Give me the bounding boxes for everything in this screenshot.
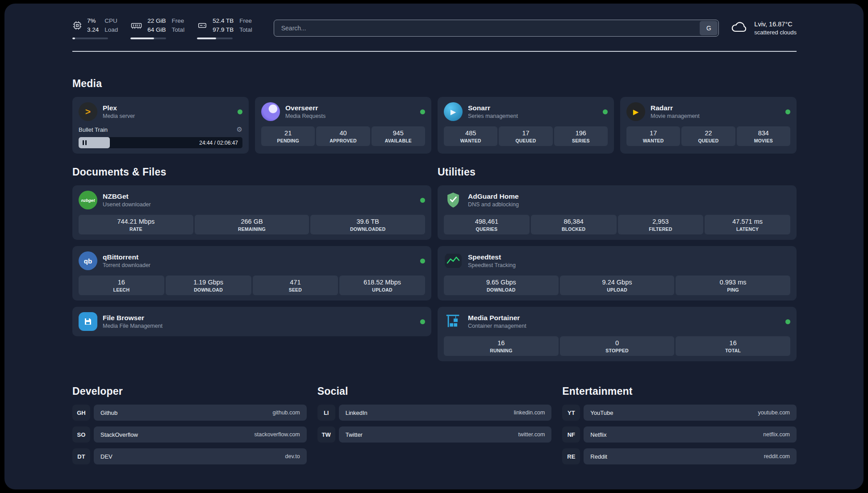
app-subtitle: Torrent downloader xyxy=(103,262,150,268)
plex-progress-bar[interactable]: 24:44 / 02:06:47 xyxy=(79,137,242,148)
section-entertainment: Entertainment YT YouTubeyoutube.com NF N… xyxy=(562,385,797,464)
bookmark-youtube[interactable]: YT YouTubeyoutube.com xyxy=(562,405,797,421)
bookmark-reddit[interactable]: RE Redditreddit.com xyxy=(562,448,797,464)
bookmark-name: DEV xyxy=(100,453,113,460)
bookmark-url: dev.to xyxy=(285,453,300,460)
status-dot xyxy=(420,198,425,203)
stat-tile: 471SEED xyxy=(253,276,338,295)
bookmark-github[interactable]: GH Githubgithub.com xyxy=(72,405,307,421)
app-name: Overseerr xyxy=(285,104,326,112)
app-card-adguard[interactable]: AdGuard Home DNS and adblocking 498,461Q… xyxy=(438,185,797,240)
status-dot xyxy=(785,319,790,324)
memory-icon xyxy=(130,17,142,34)
app-subtitle: Movie management xyxy=(651,113,700,119)
bookmark-stackoverflow[interactable]: SO StackOverflowstackoverflow.com xyxy=(72,426,307,443)
bookmark-linkedin[interactable]: LI LinkedInlinkedin.com xyxy=(317,405,552,421)
app-card-nzbget[interactable]: nzbget NZBGet Usenet downloader 744.21 M… xyxy=(72,185,431,240)
status-dot xyxy=(603,109,608,114)
app-name: Speedtest xyxy=(468,253,516,261)
app-card-speedtest[interactable]: Speedtest Speedtest Tracking 9.65 GbpsDO… xyxy=(438,246,797,301)
section-title-documents: Documents & Files xyxy=(72,166,431,178)
stat-tile: 17QUEUED xyxy=(499,126,552,146)
app-subtitle: DNS and adblocking xyxy=(468,201,519,208)
app-subtitle: Media Requests xyxy=(285,113,326,119)
top-bar: 7% CPU 3.24 Load 22 GiB Free 64 xyxy=(72,17,797,39)
disk-free-value: 52.4 TB xyxy=(213,17,234,25)
stat-tile: 47.571 msLATENCY xyxy=(705,215,790,234)
cpu-usage-label: CPU xyxy=(104,17,118,25)
cpu-widget: 7% CPU 3.24 Load xyxy=(72,17,118,39)
nzbget-icon: nzbget xyxy=(79,191,97,209)
app-subtitle: Usenet downloader xyxy=(103,201,151,208)
app-card-qbittorrent[interactable]: qb qBittorrent Torrent downloader 16LEEC… xyxy=(72,246,431,301)
status-dot xyxy=(420,319,425,324)
memory-free-value: 22 GiB xyxy=(147,17,166,25)
bookmark-url: stackoverflow.com xyxy=(255,431,300,438)
topbar-divider xyxy=(72,51,797,52)
bookmark-url: netflix.com xyxy=(763,431,790,438)
app-name: NZBGet xyxy=(103,192,151,201)
app-card-plex[interactable]: > Plex Media server Bullet Train ⚙ xyxy=(72,97,249,154)
stat-tile: 945AVAILABLE xyxy=(371,126,425,146)
app-card-radarr[interactable]: ▶ Radarr Movie management 17WANTED 22QUE… xyxy=(620,97,797,154)
stat-tile: 21PENDING xyxy=(261,126,315,146)
memory-widget: 22 GiB Free 64 GiB Total xyxy=(130,17,184,39)
stat-tile: 17WANTED xyxy=(626,126,680,146)
app-card-portainer[interactable]: Media Portainer Container management 16R… xyxy=(438,307,797,361)
app-card-sonarr[interactable]: ▶ Sonarr Series management 485WANTED 17Q… xyxy=(438,97,614,154)
weather-widget: Lviv, 16.87°C scattered clouds xyxy=(730,21,797,36)
stat-tile: 39.6 TBDOWNLOADED xyxy=(310,215,425,234)
app-name: File Browser xyxy=(103,314,163,322)
portainer-icon xyxy=(444,312,463,331)
stat-tile: 86,384BLOCKED xyxy=(531,215,617,234)
filebrowser-icon xyxy=(79,312,97,331)
app-name: AdGuard Home xyxy=(468,192,519,201)
stat-tile: 1.19 GbpsDOWNLOAD xyxy=(166,276,251,295)
twitter-icon: TW xyxy=(317,426,335,443)
status-dot xyxy=(420,109,425,114)
adguard-icon xyxy=(444,191,463,209)
memory-progress-bar xyxy=(130,38,166,39)
stat-tile: 744.21 MbpsRATE xyxy=(79,215,193,234)
disk-icon xyxy=(197,17,208,34)
cpu-progress-bar xyxy=(72,38,108,39)
app-name: qBittorrent xyxy=(103,253,150,261)
disk-progress-bar xyxy=(197,38,233,39)
search-bar: G xyxy=(274,20,719,37)
bookmark-name: LinkedIn xyxy=(346,409,367,416)
bookmark-twitter[interactable]: TW Twittertwitter.com xyxy=(317,426,552,443)
stat-tile: 40APPROVED xyxy=(316,126,370,146)
stat-tile: 196SERIES xyxy=(554,126,608,146)
section-developer: Developer GH Githubgithub.com SO StackOv… xyxy=(72,385,307,464)
section-title-social: Social xyxy=(317,385,552,397)
search-input[interactable] xyxy=(274,20,699,36)
section-documents: Documents & Files nzbget NZBGet Usenet d… xyxy=(72,166,431,361)
sonarr-icon: ▶ xyxy=(444,102,463,121)
bookmark-name: YouTube xyxy=(590,409,613,416)
app-card-filebrowser[interactable]: File Browser Media File Management xyxy=(72,307,431,336)
speedtest-icon xyxy=(444,251,463,270)
disk-total-value: 97.9 TB xyxy=(213,26,234,34)
bookmark-url: youtube.com xyxy=(758,409,790,416)
stat-tile: 16TOTAL xyxy=(676,336,790,356)
status-dot xyxy=(238,109,242,114)
now-playing-title: Bullet Train xyxy=(79,126,108,133)
bookmark-dev[interactable]: DT DEVdev.to xyxy=(72,448,307,464)
stat-tile: 266 GBREMAINING xyxy=(195,215,309,234)
section-title-developer: Developer xyxy=(72,385,307,397)
app-card-overseerr[interactable]: Overseerr Media Requests 21PENDING 40APP… xyxy=(255,97,431,154)
app-subtitle: Speedtest Tracking xyxy=(468,262,516,268)
gear-icon[interactable]: ⚙ xyxy=(237,125,242,134)
bookmark-netflix[interactable]: NF Netflixnetflix.com xyxy=(562,426,797,443)
overseerr-icon xyxy=(261,102,280,121)
bookmark-name: StackOverflow xyxy=(100,431,138,438)
stat-tile: 618.52 MbpsUPLOAD xyxy=(339,276,425,295)
app-name: Media Portainer xyxy=(468,314,526,322)
pause-icon[interactable] xyxy=(83,140,84,145)
bookmark-name: Netflix xyxy=(590,431,606,438)
memory-total-value: 64 GiB xyxy=(147,26,166,34)
cloud-icon xyxy=(730,21,748,36)
bookmark-url: github.com xyxy=(273,409,300,416)
search-engine-button[interactable]: G xyxy=(700,21,718,35)
section-utilities: Utilities AdGuard Home DNS and adblockin… xyxy=(438,166,797,361)
